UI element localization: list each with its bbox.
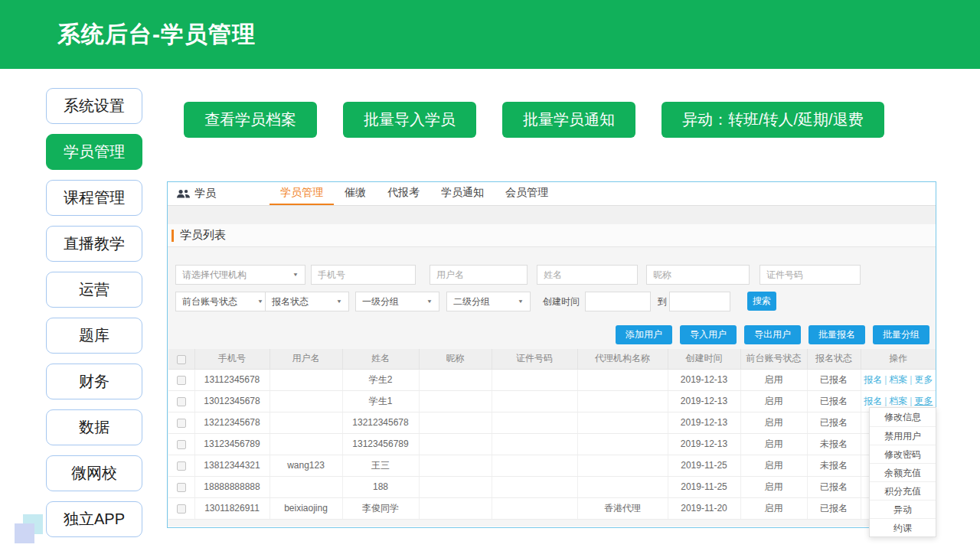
cell-enroll_status: 已报名 [807, 412, 861, 433]
filter-select[interactable]: 报名状态▼ [265, 292, 349, 311]
menu-item[interactable]: 余额充值 [870, 463, 936, 481]
sidebar-item[interactable]: 微网校 [46, 455, 142, 491]
column-header: 手机号 [194, 349, 270, 369]
cell-nickname [419, 455, 492, 476]
cell-agency [577, 476, 668, 497]
quick-action-button[interactable]: 查看学员档案 [184, 102, 317, 138]
cell-username [270, 390, 342, 412]
row-checkbox[interactable] [177, 397, 186, 406]
agency-select[interactable]: 请选择代理机构▼ [175, 265, 305, 285]
quick-action-button[interactable]: 异动：转班/转人/延期/退费 [662, 102, 884, 138]
page-title: 系统后台-学员管理 [57, 0, 256, 69]
archive-link[interactable]: 档案 [889, 374, 907, 385]
cell-name: 李俊同学 [342, 497, 419, 519]
cell-phone: 13212345678 [194, 412, 270, 433]
cell-name: 学生1 [342, 390, 419, 412]
sidebar-item[interactable]: 系统设置 [46, 88, 142, 124]
menu-item[interactable]: 修改密码 [870, 445, 936, 463]
quick-action-button[interactable]: 批量学员通知 [502, 102, 635, 138]
filter-input[interactable] [760, 265, 861, 285]
cell-enroll_status: 已报名 [807, 390, 861, 412]
chevron-down-icon: ▼ [257, 298, 263, 304]
cell-account_status: 启用 [740, 497, 807, 519]
sidebar-item[interactable]: 运营 [46, 272, 142, 308]
table-row: 13212345678132123456782019-12-13启用已报名 [168, 412, 936, 433]
filter-select[interactable]: 一级分组▼ [355, 292, 439, 311]
sidebar-item[interactable]: 题库 [46, 318, 142, 354]
select-all-checkbox[interactable] [177, 355, 186, 364]
tab[interactable]: 会员管理 [495, 182, 559, 205]
filter-input[interactable] [646, 265, 750, 285]
cell-id_number [492, 476, 577, 497]
filter-input[interactable] [311, 265, 416, 285]
enroll-link[interactable]: 报名 [864, 374, 882, 385]
module-label: 学员 [168, 182, 216, 205]
more-link[interactable]: 更多 [914, 396, 933, 406]
tab[interactable]: 学员管理 [270, 182, 334, 205]
column-header: 前台账号状态 [740, 349, 807, 369]
created-from-input[interactable] [585, 292, 651, 311]
filter-input[interactable] [430, 265, 528, 285]
cell-enroll_status: 已报名 [807, 476, 861, 497]
table-action-button[interactable]: 添加用户 [616, 325, 672, 344]
orange-marker [172, 230, 174, 242]
cell-nickname [419, 412, 492, 433]
table-header-row: 手机号用户名姓名昵称证件号码代理机构名称创建时间前台账号状态报名状态操作 [168, 349, 936, 369]
filter-select[interactable]: 二级分组▼ [446, 292, 531, 311]
decor-square-lavender [15, 523, 34, 543]
cell-account_status: 启用 [740, 433, 807, 455]
sidebar-item[interactable]: 学员管理 [46, 134, 142, 170]
row-checkbox[interactable] [177, 419, 186, 428]
archive-link[interactable]: 档案 [889, 396, 907, 406]
cell-phone: 13112345678 [194, 369, 270, 390]
tab[interactable]: 催缴 [334, 182, 377, 205]
filter-input[interactable] [537, 265, 638, 285]
row-checkbox[interactable] [177, 461, 186, 471]
module-label-text: 学员 [194, 187, 216, 201]
sidebar-item[interactable]: 直播教学 [46, 226, 142, 262]
menu-item[interactable]: 禁用用户 [870, 426, 936, 445]
sidebar-item[interactable]: 财务 [46, 364, 142, 399]
row-checkbox-cell [168, 412, 194, 433]
sidebar-item[interactable]: 独立APP [46, 501, 142, 537]
sidebar-item[interactable]: 课程管理 [46, 180, 142, 216]
row-checkbox[interactable] [177, 440, 186, 449]
cell-enroll_status: 已报名 [807, 369, 861, 390]
tab[interactable]: 代报考 [377, 182, 430, 205]
spacer-band [168, 206, 936, 224]
menu-item[interactable]: 修改信息 [870, 408, 936, 426]
chevron-down-icon: ▼ [426, 298, 433, 304]
tab[interactable]: 学员通知 [430, 182, 495, 205]
cell-created: 2019-12-13 [668, 369, 740, 390]
quick-action-button[interactable]: 批量导入学员 [343, 102, 476, 138]
created-to-input[interactable] [669, 292, 730, 311]
table-action-button[interactable]: 导入用户 [680, 325, 737, 344]
cell-nickname [419, 497, 492, 519]
table-action-button[interactable]: 批量分组 [873, 325, 929, 344]
enroll-link[interactable]: 报名 [864, 396, 882, 406]
column-header: 创建时间 [668, 349, 740, 369]
more-link[interactable]: 更多 [914, 374, 933, 385]
cell-username [270, 369, 342, 390]
section-title: 学员列表 [180, 228, 226, 243]
agency-select-value: 请选择代理机构 [182, 269, 247, 282]
column-header: 报名状态 [807, 349, 861, 369]
menu-item[interactable]: 积分充值 [870, 481, 936, 500]
row-checkbox[interactable] [177, 376, 186, 385]
row-checkbox[interactable] [177, 483, 186, 492]
students-table: 手机号用户名姓名昵称证件号码代理机构名称创建时间前台账号状态报名状态操作 131… [168, 349, 936, 520]
filter-select[interactable]: 前台账号状态▼ [175, 292, 270, 311]
table-action-button[interactable]: 批量报名 [808, 325, 865, 344]
row-checkbox[interactable] [177, 504, 186, 514]
cell-id_number [492, 455, 577, 476]
cell-nickname [419, 369, 492, 390]
menu-item[interactable]: 异动 [870, 500, 936, 518]
sidebar-item[interactable]: 数据 [46, 409, 142, 445]
cell-phone: 13123456789 [194, 433, 270, 455]
header-bar: 系统后台-学员管理 [0, 0, 980, 69]
search-button[interactable]: 搜索 [747, 292, 776, 311]
menu-item[interactable]: 约课 [870, 518, 936, 536]
cell-id_number [492, 369, 577, 390]
table-action-button[interactable]: 导出用户 [744, 325, 801, 344]
chevron-down-icon: ▼ [292, 272, 299, 277]
